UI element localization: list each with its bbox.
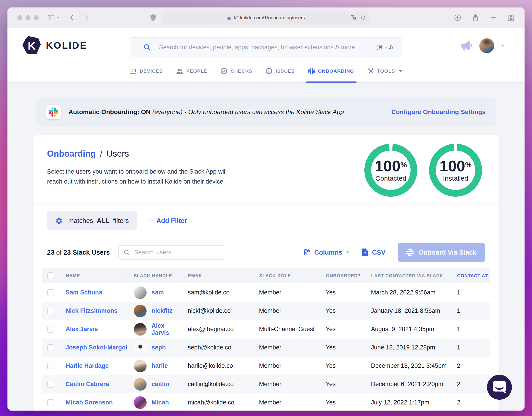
kolide-logo[interactable]: K KOLIDE [21,36,87,56]
configure-onboarding-link[interactable]: Configure Onboarding Settings [391,108,486,116]
privacy-shield-icon[interactable] [150,14,156,21]
contacted-value: 100% [375,158,407,174]
breadcrumb-onboarding-link[interactable]: Onboarding [47,149,96,158]
svg-text:K: K [28,40,36,52]
avatar [134,341,147,354]
columns-dropdown[interactable]: Columns [304,249,350,256]
intercom-chat-button[interactable] [487,375,512,400]
user-count: 23 of 23 Slack Users [47,249,110,256]
reload-icon[interactable] [361,15,366,20]
announcements-megaphone-icon[interactable] [460,40,474,51]
column-header-slack-handle[interactable]: SLACK HANDLE [128,268,182,283]
csv-export-button[interactable]: CSV [362,249,386,256]
select-all-cell [42,268,60,283]
laptop-icon [130,68,137,74]
onboarded-cell: Yes [320,381,365,388]
user-search-input[interactable] [134,249,221,256]
tab-onboarding[interactable]: ONBOARDING [308,59,354,83]
column-header-slack-role[interactable]: SLACK ROLE [253,268,320,283]
downloads-icon[interactable] [454,14,461,21]
tab-label: CHECKS [230,68,252,74]
table-header-row: NAME SLACK HANDLE EMAIL SLACK ROLE ONBOA… [42,268,490,283]
tab-devices[interactable]: DEVICES [130,59,163,83]
user-avatar[interactable] [479,38,494,53]
translate-icon[interactable] [351,15,356,20]
user-name-link[interactable]: Caitlin Cabrera [66,381,109,387]
slack-handle-link[interactable]: caitlin [152,381,169,388]
user-name-link[interactable]: Harlie Hardage [66,362,109,369]
user-name-link[interactable]: Joseph Sokol-Margolis [66,344,128,351]
description-line-1: Select the users you want to onboard bel… [47,168,227,175]
slack-handle-link[interactable]: Alex Jarvis [152,322,182,336]
slack-handle-link[interactable]: sam [152,289,164,296]
column-header-name[interactable]: NAME [60,268,128,283]
users-table: NAME SLACK HANDLE EMAIL SLACK ROLE ONBOA… [42,268,490,411]
contact-attempts-cell: 2 [451,362,490,369]
column-header-onboarded[interactable]: ONBOARDED? [320,268,365,283]
slack-handle-link[interactable]: harlie [152,362,168,369]
chevron-down-icon [346,251,350,253]
select-all-checkbox[interactable] [47,272,54,279]
zoom-button[interactable] [34,15,39,20]
table-row: Alex Jarvis Alex Jarvis alex@thegnar.co … [42,320,490,338]
row-checkbox[interactable] [47,381,54,388]
sidebar-toggle-icon[interactable] [48,15,55,21]
back-button[interactable] [70,14,73,21]
user-name-link[interactable]: Sam Schuna [66,289,102,296]
column-header-contact-attempts[interactable]: CONTACT AT [451,268,490,283]
contact-attempts-cell: 2 [451,399,490,406]
account-menu-caret-icon[interactable] [500,44,505,47]
address-bar[interactable]: k2.kolide.com/1/onboarding/users [162,11,370,24]
matches-all-filters-chip[interactable]: matches ALL filters [47,211,137,230]
user-name-link[interactable]: Micah Sorenson [66,399,113,406]
traffic-lights [18,15,39,20]
onboarded-cell: Yes [320,362,365,369]
email-cell: micah@kolide.co [182,399,253,406]
slack-handle-link[interactable]: seph [152,344,166,351]
installed-label: Installed [443,174,468,182]
onboarded-cell: Yes [320,344,365,351]
share-icon[interactable] [472,14,479,21]
primary-nav: DEVICES PEOPLE CHECKS ISSUES ONBOARDING [8,59,524,83]
tab-tools[interactable]: TOOLS [367,59,402,83]
forward-button[interactable] [85,14,89,21]
avatar [134,305,147,317]
user-search[interactable] [118,245,227,260]
plus-icon: + [149,216,153,225]
tab-people[interactable]: PEOPLE [176,59,208,83]
tab-issues[interactable]: ISSUES [266,59,295,83]
slack-handle-link[interactable]: nickfitz [152,307,172,314]
columns-icon [304,249,311,256]
row-checkbox[interactable] [47,363,54,369]
slack-role-cell: Multi-Channel Guest [253,326,320,333]
user-name-link[interactable]: Alex Jarvis [66,326,98,332]
close-button[interactable] [18,15,22,20]
row-checkbox[interactable] [47,326,54,333]
global-search[interactable]: (⌘ + J) [130,37,402,57]
tab-label: ISSUES [276,68,295,74]
column-header-last-contacted[interactable]: LAST CONTACTED VIA SLACK [365,268,451,283]
column-header-email[interactable]: EMAIL [182,268,253,283]
onboarded-cell: Yes [320,289,365,296]
tab-label: TOOLS [377,68,395,74]
add-filter-button[interactable]: + Add Filter [149,216,187,225]
row-checkbox[interactable] [47,289,54,296]
new-tab-icon[interactable] [490,14,496,21]
table-row: Micah Sorenson Micah micah@kolide.co Mem… [42,393,490,411]
slack-role-cell: Member [253,289,320,296]
tab-overview-icon[interactable] [507,14,514,21]
user-name-link[interactable]: Nick Fitzsimmons [66,307,118,314]
search-shortcut: (⌘ + J) [376,44,393,50]
row-checkbox[interactable] [47,344,54,351]
tab-checks[interactable]: CHECKS [220,59,252,83]
slack-role-cell: Member [253,362,320,369]
add-filter-label: Add Filter [156,217,187,224]
sidebar-caret-icon[interactable] [56,17,59,19]
row-checkbox[interactable] [47,399,54,406]
global-search-input[interactable] [159,44,368,51]
onboard-via-slack-button[interactable]: Onboard Via Slack [398,243,485,262]
row-checkbox[interactable] [47,308,54,314]
last-contacted-cell: August 9, 2021 4:35pm [365,326,451,333]
minimize-button[interactable] [26,15,30,20]
slack-handle-link[interactable]: Micah [152,399,169,406]
